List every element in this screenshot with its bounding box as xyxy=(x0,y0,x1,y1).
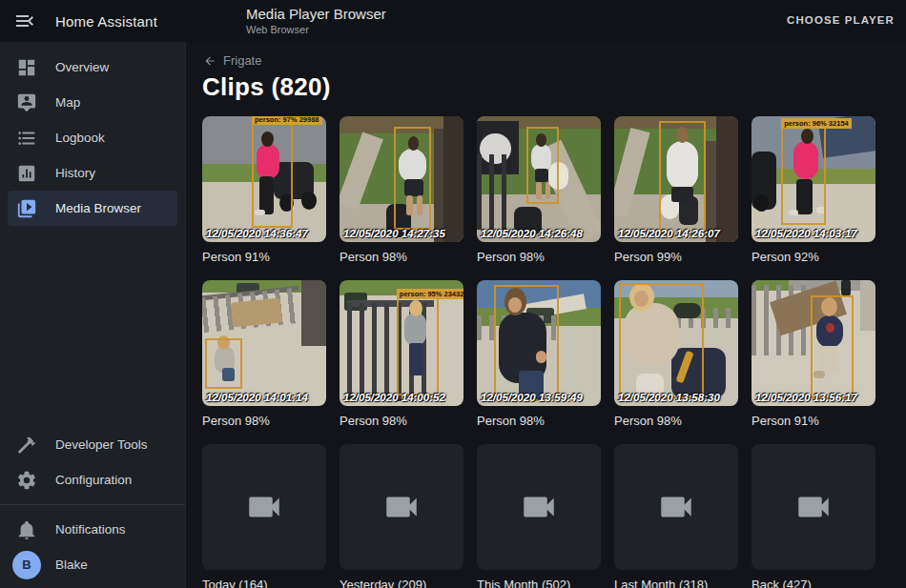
detection-label: person: 95% 23432 xyxy=(397,289,463,299)
sidebar-item-profile[interactable]: B Blake xyxy=(8,547,177,582)
clip-thumbnail: 12/05/2020 14:01:14 xyxy=(202,280,326,406)
clip-tile[interactable]: 12/05/2020 13:58:30Person 98% xyxy=(614,280,738,428)
folder-tile-this-month[interactable]: This Month (502) xyxy=(477,444,601,588)
sidebar-item-logbook[interactable]: Logbook xyxy=(8,120,177,155)
list-icon xyxy=(15,127,38,150)
video-camera-icon xyxy=(244,487,284,527)
sidebar-item-label: Map xyxy=(55,95,80,110)
app-title: Home Assistant xyxy=(55,13,157,30)
play-box-multiple-icon xyxy=(15,197,38,220)
clip-caption: Person 91% xyxy=(752,414,875,428)
detection-bounding-box: person: 97% 29988 xyxy=(252,123,293,229)
clip-thumbnail: 12/05/2020 13:58:30 xyxy=(614,280,738,406)
clip-caption: Person 92% xyxy=(752,250,875,264)
sidebar-item-media-browser[interactable]: Media Browser xyxy=(8,191,177,226)
clip-tile[interactable]: 12/05/2020 14:27:35Person 98% xyxy=(340,116,463,264)
sidebar-item-developer-tools[interactable]: Developer Tools xyxy=(8,427,177,462)
clip-thumbnail: 12/05/2020 14:27:35 xyxy=(340,116,463,242)
video-camera-icon xyxy=(793,487,834,527)
folder-tile-yesterday[interactable]: Yesterday (209) xyxy=(340,444,463,588)
clip-thumbnail: person: 96% 3215412/05/2020 14:03:17 xyxy=(752,116,875,242)
photo-shape xyxy=(841,280,851,295)
choose-player-button[interactable]: CHOOSE PLAYER xyxy=(787,14,895,26)
clip-caption: Person 98% xyxy=(477,250,601,264)
sidebar-bottom: Developer ToolsConfiguration Notificatio… xyxy=(0,427,185,588)
media-browser-content: Frigate Clips (820) person: 97% 2998812/… xyxy=(187,42,906,588)
sidebar-toggle-icon[interactable] xyxy=(13,10,36,32)
folder-label: Last Month (318) xyxy=(614,578,738,588)
clip-tile[interactable]: 12/05/2020 14:26:07Person 99% xyxy=(614,116,738,264)
clip-caption: Person 98% xyxy=(477,414,601,428)
page-heading: Clips (820) xyxy=(202,72,906,102)
clip-tile[interactable]: person: 97% 2998812/05/2020 14:36:47Pers… xyxy=(202,116,326,264)
sidebar-item-label: Developer Tools xyxy=(55,437,148,452)
detection-bounding-box xyxy=(619,283,703,398)
sidebar-item-configuration[interactable]: Configuration xyxy=(8,462,177,497)
folder-tile-last-month[interactable]: Last Month (318) xyxy=(614,444,738,588)
sidebar-item-label: Logbook xyxy=(55,131,105,145)
photo-shape xyxy=(301,280,326,346)
video-camera-icon xyxy=(656,487,696,527)
clip-caption: Person 99% xyxy=(614,250,738,264)
video-camera-icon xyxy=(519,487,559,527)
sidebar-item-label: Media Browser xyxy=(55,201,141,215)
clip-timestamp: 12/05/2020 14:01:14 xyxy=(206,392,308,403)
photo-shape xyxy=(443,116,463,242)
folder-label: Today (164) xyxy=(202,578,326,588)
clip-timestamp: 12/05/2020 14:26:07 xyxy=(618,228,720,239)
clip-timestamp: 12/05/2020 13:59:49 xyxy=(481,392,583,403)
clip-caption: Person 98% xyxy=(202,414,326,428)
folder-thumbnail xyxy=(202,444,326,570)
detection-label: person: 96% 32154 xyxy=(781,118,852,129)
sidebar-item-map[interactable]: Map xyxy=(8,85,177,120)
clip-caption: Person 98% xyxy=(614,414,738,428)
gear-icon xyxy=(15,469,38,492)
photo-shape xyxy=(477,154,514,230)
clip-timestamp: 12/05/2020 14:00:52 xyxy=(343,392,445,403)
clip-tile[interactable]: person: 95% 2343212/05/2020 14:00:52Pers… xyxy=(340,280,463,428)
clip-thumbnail: person: 97% 2998812/05/2020 14:36:47 xyxy=(202,116,326,242)
clip-tile[interactable]: 12/05/2020 14:26:48Person 98% xyxy=(477,116,601,264)
clip-thumbnail: 12/05/2020 14:26:48 xyxy=(477,116,601,242)
clip-thumbnail: 12/05/2020 14:26:07 xyxy=(614,116,738,242)
detection-label: person: 97% 29988 xyxy=(252,116,322,125)
clip-timestamp: 12/05/2020 14:27:35 xyxy=(343,228,445,239)
sidebar-item-history[interactable]: History xyxy=(8,155,177,191)
video-camera-icon xyxy=(381,487,422,527)
sidebar-item-label: Overview xyxy=(55,60,109,74)
detection-bounding-box xyxy=(494,285,559,400)
folder-tile-back[interactable]: Back (427) xyxy=(752,444,875,588)
sidebar-item-label: History xyxy=(55,166,95,180)
user-name: Blake xyxy=(55,558,88,572)
clip-caption: Person 98% xyxy=(340,414,463,428)
clip-tile[interactable]: person: 96% 3215412/05/2020 14:03:17Pers… xyxy=(752,116,875,264)
clip-timestamp: 12/05/2020 14:36:47 xyxy=(206,228,308,239)
clip-tile[interactable]: 12/05/2020 13:59:49Person 98% xyxy=(477,280,601,428)
clip-timestamp: 12/05/2020 13:58:30 xyxy=(618,392,720,403)
map-account-icon xyxy=(15,91,38,114)
sidebar-item-label: Configuration xyxy=(55,473,132,487)
clip-caption: Person 98% xyxy=(340,250,463,264)
clip-tile[interactable]: 12/05/2020 13:56:17Person 91% xyxy=(752,280,875,428)
sidebar-item-overview[interactable]: Overview xyxy=(8,50,177,85)
clip-tile[interactable]: 12/05/2020 14:01:14Person 98% xyxy=(202,280,326,428)
photo-shape xyxy=(716,116,738,242)
breadcrumb[interactable]: Frigate xyxy=(203,53,261,68)
clip-timestamp: 12/05/2020 13:56:17 xyxy=(755,392,857,403)
folder-label: Yesterday (209) xyxy=(340,578,463,588)
chart-box-icon xyxy=(15,162,38,185)
page-subtitle: Web Browser xyxy=(246,24,386,35)
detection-bounding-box: person: 95% 23432 xyxy=(397,297,439,395)
clip-timestamp: 12/05/2020 14:03:17 xyxy=(755,228,857,239)
clip-thumbnail: 12/05/2020 13:56:17 xyxy=(752,280,875,406)
folder-thumbnail xyxy=(477,444,601,570)
detection-bounding-box: person: 96% 32154 xyxy=(781,127,826,225)
hammer-icon xyxy=(15,434,38,456)
clip-caption: Person 91% xyxy=(202,250,326,264)
detection-bounding-box xyxy=(205,338,242,389)
folder-tile-today[interactable]: Today (164) xyxy=(202,444,326,588)
sidebar-item-notifications[interactable]: Notifications xyxy=(8,512,177,547)
bell-icon xyxy=(15,518,38,541)
photo-shape xyxy=(860,280,875,331)
detection-bounding-box xyxy=(811,295,853,398)
